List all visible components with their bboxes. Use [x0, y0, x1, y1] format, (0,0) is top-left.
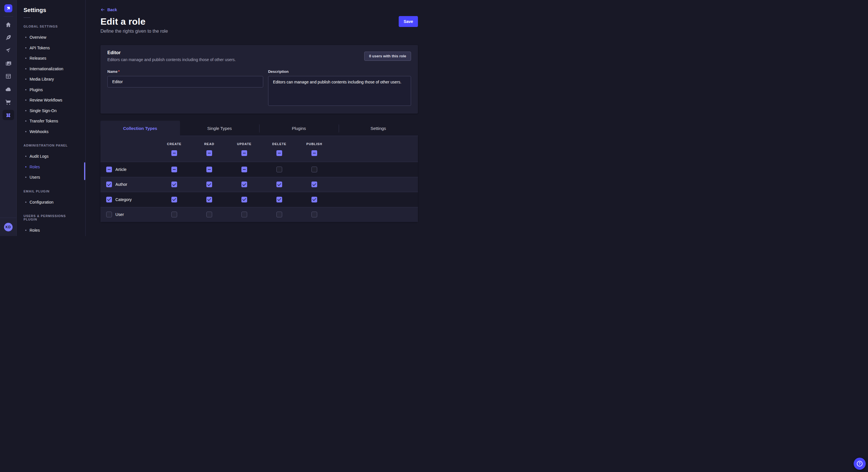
paper-plane-icon[interactable] — [3, 45, 14, 56]
sidebar-item-label: Review Workflows — [30, 98, 62, 102]
author-update-checkbox[interactable] — [241, 181, 247, 187]
category-delete-checkbox[interactable] — [276, 197, 282, 202]
permission-row-user: User — [100, 207, 418, 222]
sidebar-item-label: Releases — [30, 56, 46, 61]
column-header-update: UPDATE — [227, 142, 262, 146]
user-publish-checkbox[interactable] — [311, 212, 317, 217]
sidebar-item-label: Users — [30, 175, 40, 179]
sidebar-item-roles[interactable]: Roles — [17, 162, 85, 172]
row-checkbox-user[interactable] — [106, 212, 112, 217]
main-nav-rail: KD — [0, 0, 17, 236]
users-with-role-button[interactable]: 0 users with this role — [364, 52, 411, 61]
user-create-checkbox[interactable] — [172, 212, 177, 217]
category-publish-checkbox[interactable] — [311, 197, 317, 202]
permissions-table-header: CREATEREADUPDATEDELETEPUBLISH — [100, 136, 418, 162]
bullet-icon — [25, 121, 26, 122]
article-create-checkbox[interactable] — [172, 167, 177, 172]
tab-settings[interactable]: Settings — [339, 121, 418, 136]
user-delete-checkbox[interactable] — [276, 212, 282, 217]
bullet-icon — [25, 230, 26, 231]
sidebar-item-configuration[interactable]: Configuration — [17, 197, 85, 208]
role-description-textarea[interactable]: Editors can manage and publish contents … — [268, 76, 411, 106]
strapi-logo-icon[interactable] — [4, 4, 12, 12]
user-read-checkbox[interactable] — [206, 212, 212, 217]
master-checkbox-create[interactable] — [172, 150, 177, 156]
sidebar-title: Settings — [24, 7, 85, 13]
sidebar-item-webhooks[interactable]: Webhooks — [17, 127, 85, 137]
sidebar-item-label: API Tokens — [30, 45, 50, 50]
media-library-icon[interactable] — [3, 58, 14, 69]
content-type-name: User — [115, 212, 124, 217]
sidebar-scrollbar-thumb[interactable] — [84, 162, 85, 180]
bullet-icon — [25, 100, 26, 101]
sidebar-item-label: Media Library — [30, 77, 54, 81]
bullet-icon — [25, 89, 26, 90]
author-read-checkbox[interactable] — [206, 181, 212, 187]
feather-icon[interactable] — [3, 32, 14, 43]
user-avatar[interactable]: KD — [4, 223, 12, 231]
sidebar-item-plugins[interactable]: Plugins — [17, 85, 85, 95]
cloud-icon[interactable] — [3, 84, 14, 94]
sidebar-section-header: EMAIL PLUGIN — [24, 190, 79, 193]
tab-collection-types[interactable]: Collection Types — [100, 121, 180, 136]
article-delete-checkbox[interactable] — [276, 167, 282, 172]
master-checkbox-publish[interactable] — [311, 150, 317, 156]
sidebar-section-header: GLOBAL SETTINGS — [24, 25, 79, 28]
row-checkbox-article[interactable] — [106, 167, 112, 172]
back-link[interactable]: Back — [100, 7, 117, 12]
save-button[interactable]: Save — [399, 16, 418, 27]
sidebar-item-internationalization[interactable]: Internationalization — [17, 64, 85, 74]
column-header-create: CREATE — [157, 142, 192, 146]
sidebar-item-providers[interactable]: Providers — [17, 236, 85, 236]
master-checkbox-read[interactable] — [206, 150, 212, 156]
author-publish-checkbox[interactable] — [311, 181, 317, 187]
tab-single-types[interactable]: Single Types — [180, 121, 259, 136]
home-icon[interactable] — [3, 20, 14, 30]
role-details-card: Editor Editors can manage and publish co… — [100, 45, 418, 113]
sidebar-item-media-library[interactable]: Media Library — [17, 74, 85, 85]
article-read-checkbox[interactable] — [206, 167, 212, 172]
sidebar-item-single-sign-on[interactable]: Single Sign-On — [17, 105, 85, 116]
permissions-table: CREATEREADUPDATEDELETEPUBLISH ArticleAut… — [100, 136, 418, 222]
role-name-heading: Editor — [107, 50, 236, 55]
sidebar-item-review-workflows[interactable]: Review Workflows — [17, 95, 85, 105]
master-checkbox-delete[interactable] — [276, 150, 282, 156]
sidebar-item-transfer-tokens[interactable]: Transfer Tokens — [17, 116, 85, 127]
layout-icon[interactable] — [3, 71, 14, 81]
user-update-checkbox[interactable] — [241, 212, 247, 217]
row-checkbox-author[interactable] — [106, 181, 112, 187]
arrow-left-icon — [100, 7, 105, 12]
bullet-icon — [25, 47, 26, 48]
main-content: Back Edit a role Save Define the rights … — [86, 0, 434, 236]
permission-row-article: Article — [100, 162, 418, 177]
sidebar-item-label: Roles — [30, 228, 40, 233]
author-create-checkbox[interactable] — [172, 181, 177, 187]
author-delete-checkbox[interactable] — [276, 181, 282, 187]
sidebar-item-roles[interactable]: Roles — [17, 225, 85, 236]
row-checkbox-category[interactable] — [106, 197, 112, 202]
role-name-input[interactable] — [107, 76, 263, 88]
content-type-name: Article — [115, 167, 127, 172]
column-header-publish: PUBLISH — [297, 142, 332, 146]
sidebar-item-releases[interactable]: Releases — [17, 53, 85, 64]
master-checkbox-update[interactable] — [241, 150, 247, 156]
permissions-tabbar: Collection TypesSingle TypesPluginsSetti… — [100, 121, 418, 136]
gear-icon[interactable] — [3, 110, 14, 120]
sidebar-item-overview[interactable]: Overview — [17, 32, 85, 43]
sidebar-item-users[interactable]: Users — [17, 172, 85, 183]
tab-plugins[interactable]: Plugins — [259, 121, 339, 136]
settings-sidebar: Settings GLOBAL SETTINGSOverviewAPI Toke… — [17, 0, 86, 236]
article-publish-checkbox[interactable] — [311, 167, 317, 172]
category-update-checkbox[interactable] — [241, 197, 247, 202]
category-create-checkbox[interactable] — [172, 197, 177, 202]
sidebar-item-label: Single Sign-On — [30, 108, 57, 113]
sidebar-item-audit-logs[interactable]: Audit Logs — [17, 151, 85, 162]
article-update-checkbox[interactable] — [241, 167, 247, 172]
bullet-icon — [25, 68, 26, 69]
permission-row-category: Category — [100, 192, 418, 207]
category-read-checkbox[interactable] — [206, 197, 212, 202]
column-header-delete: DELETE — [262, 142, 297, 146]
cart-icon[interactable] — [3, 97, 14, 107]
bullet-icon — [25, 177, 26, 178]
sidebar-item-api-tokens[interactable]: API Tokens — [17, 43, 85, 53]
